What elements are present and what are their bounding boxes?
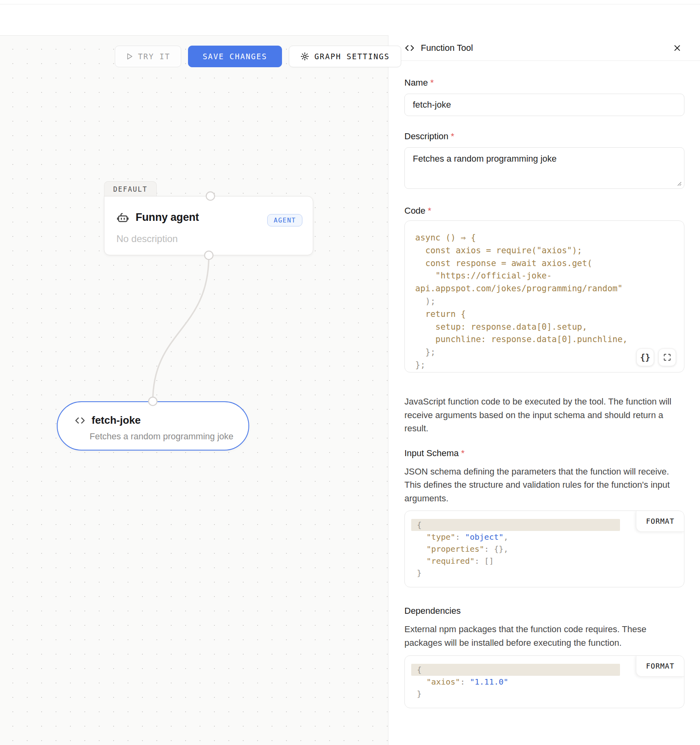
code-line: } [417, 567, 676, 579]
required-asterisk: * [428, 206, 432, 216]
description-textarea[interactable] [404, 147, 684, 189]
name-input[interactable] [404, 94, 684, 116]
code-line: { [411, 664, 620, 676]
code-line: "https://official-joke- [415, 270, 676, 282]
code-line: ); [415, 295, 676, 308]
graph-settings-label: GRAPH SETTINGS [314, 52, 390, 61]
code-line: setup: response.data[0].setup, [415, 321, 676, 334]
function-tool-panel: Function Tool Name* Description* Code* {… [388, 35, 700, 745]
code-label: Code* [404, 206, 684, 216]
format-button[interactable]: FORMAT [636, 656, 684, 677]
panel-title: Function Tool [421, 43, 473, 53]
code-line: "axios": "1.11.0" [417, 676, 676, 688]
group-tab-label: DEFAULT [113, 185, 148, 193]
save-changes-label: SAVE CHANGES [203, 52, 267, 61]
graph-edges-layer [0, 36, 388, 745]
code-line: } [417, 688, 676, 700]
code-line: const response = await axios.get( [415, 257, 676, 270]
gear-icon [300, 52, 309, 61]
try-it-label: TRY IT [138, 52, 170, 61]
code-line: async () ⇒ { [415, 232, 676, 244]
tool-node-fetch-joke[interactable]: fetch-joke Fetches a random programming … [57, 401, 249, 451]
description-label: Description* [404, 131, 684, 142]
agent-node-title: Funny agent [136, 211, 199, 224]
code-line: { [411, 519, 620, 531]
play-icon [126, 52, 134, 60]
graph-canvas[interactable]: TRY IT SAVE CHANGES GRAPH SETTINGS DEFAU… [0, 35, 388, 745]
try-it-button[interactable]: TRY IT [115, 46, 181, 67]
input-schema-label: Input Schema* [404, 448, 684, 459]
agent-node-funny-agent[interactable]: Funny agent AGENT No description [104, 196, 313, 255]
agent-type-badge: AGENT [267, 214, 302, 226]
code-line: const axios = require("axios"); [415, 244, 676, 257]
resize-handle-icon[interactable] [676, 181, 682, 186]
tool-node-description: Fetches a random programming joke [90, 431, 234, 442]
fullscreen-button[interactable] [658, 348, 676, 366]
code-line: "type": "object", [417, 531, 676, 543]
code-line: "properties": {}, [417, 543, 676, 555]
code-icon [404, 43, 415, 53]
graph-settings-button[interactable]: GRAPH SETTINGS [289, 46, 401, 67]
input-schema-help-text: JSON schema defining the parameters that… [404, 465, 680, 505]
format-button[interactable]: FORMAT [636, 511, 684, 532]
dependencies-label: Dependencies [404, 606, 684, 616]
group-tab-default[interactable]: DEFAULT [104, 181, 157, 196]
format-braces-button[interactable]: {} [636, 348, 654, 366]
panel-header: Function Tool [388, 35, 700, 61]
code-line: return { [415, 308, 676, 321]
maximize-icon [663, 353, 671, 361]
code-line: api.appspot.com/jokes/programming/random… [415, 282, 676, 295]
agent-node-description: No description [116, 233, 178, 244]
tool-node-title: fetch-joke [92, 414, 141, 427]
required-asterisk: * [430, 78, 434, 88]
code-line: punchline: response.data[0].punchline, [415, 333, 676, 346]
dependencies-editor[interactable]: FORMAT { "axios": "1.11.0"} [404, 655, 684, 708]
code-editor-actions: {} [636, 348, 676, 366]
window-top-divider [0, 4, 700, 4]
code-help-text: JavaScript function code to be executed … [404, 395, 680, 435]
dependencies-help-text: External npm packages that the function … [404, 623, 680, 649]
required-asterisk: * [461, 448, 465, 458]
required-asterisk: * [451, 131, 454, 141]
code-editor[interactable]: {} async () ⇒ { const axios = require("a… [404, 220, 684, 372]
input-schema-editor[interactable]: FORMAT { "type": "object", "properties":… [404, 511, 684, 587]
robot-icon [116, 211, 129, 224]
name-label: Name* [404, 78, 684, 88]
code-line: "required": [] [417, 555, 676, 567]
code-icon [74, 415, 86, 426]
edge-agent-to-tool [153, 256, 209, 401]
canvas-toolbar: TRY IT SAVE CHANGES GRAPH SETTINGS [115, 46, 401, 67]
close-button[interactable] [671, 42, 683, 54]
save-changes-button[interactable]: SAVE CHANGES [188, 46, 282, 67]
